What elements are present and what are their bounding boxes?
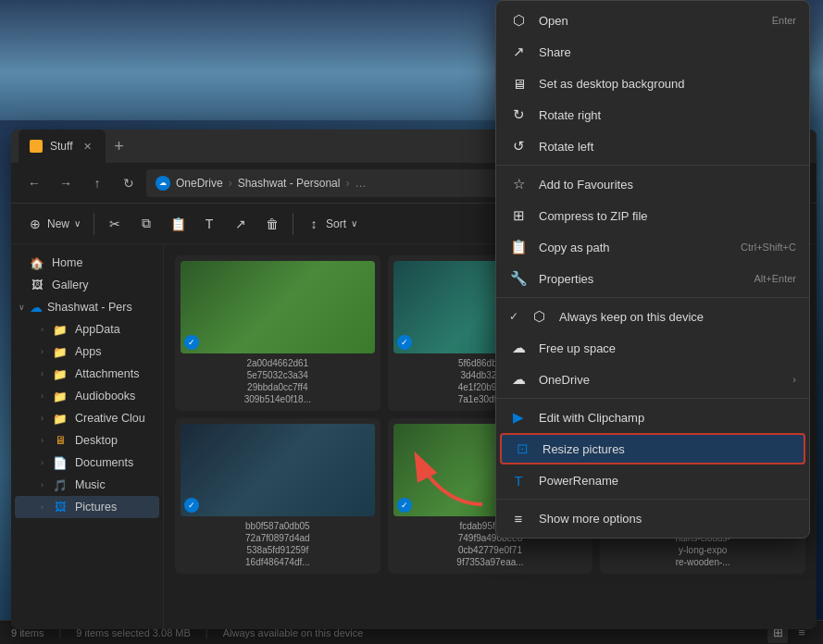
cm-clipchamp-label: Edit with Clipchamp: [539, 411, 796, 425]
more-options-icon: ≡: [509, 509, 528, 527]
cm-powerrename[interactable]: T PowerRename: [496, 464, 809, 496]
sidebar-item-home[interactable]: 🏠 Home: [15, 252, 159, 274]
checkmark-icon: ✓: [509, 310, 518, 323]
sidebar-item-apps[interactable]: › 📁 Apps: [15, 341, 159, 363]
sidebar-item-gallery[interactable]: 🖼 Gallery: [15, 274, 159, 296]
file-name-1: 2a00d4662d615e75032c3a3429bbda0cc7ff4309…: [244, 357, 311, 405]
sidebar-label-shashwat: Shashwat - Pers: [47, 301, 132, 314]
address-path1: Shashwat - Personal: [238, 177, 341, 190]
cut-button[interactable]: ✂: [100, 212, 130, 236]
cm-add-fav-label: Add to Favourites: [539, 178, 796, 192]
sidebar-label-documents: Documents: [75, 456, 133, 469]
chevron-right-icon5: ›: [41, 414, 44, 423]
list-item[interactable]: ✓ 2a00d4662d615e75032c3a3429bbda0cc7ff43…: [175, 255, 380, 411]
cm-keep-device[interactable]: ✓ ⬡ Always keep on this device: [496, 301, 809, 332]
new-tab-button[interactable]: +: [106, 133, 131, 159]
cm-show-more[interactable]: ≡ Show more options: [496, 502, 809, 534]
cm-rotate-left-label: Rotate left: [539, 140, 796, 154]
file-check-1: ✓: [184, 335, 199, 350]
refresh-button[interactable]: ↻: [115, 169, 143, 197]
up-button[interactable]: ↑: [83, 169, 111, 197]
sidebar-item-attachments[interactable]: › 📁 Attachments: [15, 363, 159, 385]
copy-button[interactable]: ⧉: [131, 212, 161, 236]
cloud-icon: ☁: [29, 300, 44, 315]
cm-compress-label: Compress to ZIP file: [539, 209, 796, 223]
cm-clipchamp[interactable]: ▶ Edit with Clipchamp: [496, 402, 809, 433]
share-button[interactable]: ↗: [226, 212, 256, 236]
sidebar-item-creative[interactable]: › 📁 Creative Clou: [15, 407, 159, 429]
share-icon2: ↗: [509, 43, 528, 61]
back-button[interactable]: ←: [20, 169, 48, 197]
cm-share[interactable]: ↗ Share: [496, 36, 809, 68]
sort-arrow-icon: ∨: [351, 218, 357, 229]
chevron-right-icon4: ›: [41, 391, 44, 401]
sidebar-item-desktop[interactable]: › 🖥 Desktop: [15, 429, 159, 452]
sort-button[interactable]: ↕ Sort ∨: [299, 212, 365, 236]
chevron-right-icon9: ›: [41, 502, 44, 512]
cm-add-fav[interactable]: ☆ Add to Favourites: [496, 168, 809, 200]
paste-icon: 📋: [170, 217, 185, 231]
rename-button[interactable]: T: [194, 212, 224, 236]
sidebar-item-music[interactable]: › 🎵 Music: [15, 474, 159, 496]
home-icon: 🏠: [30, 255, 44, 270]
sort-icon: ↕: [306, 217, 321, 231]
cm-separator3: [496, 398, 809, 399]
onedrive-cm-icon: ☁: [509, 370, 528, 389]
cm-free-space-label: Free up space: [539, 341, 796, 355]
cm-onedrive[interactable]: ☁ OneDrive ›: [496, 364, 809, 395]
cm-copy-path[interactable]: 📋 Copy as path Ctrl+Shift+C: [496, 231, 809, 263]
sidebar-item-shashwat[interactable]: ∨ ☁ Shashwat - Pers: [11, 296, 163, 318]
new-button[interactable]: ⊕ New ∨: [20, 212, 88, 236]
onedrive-icon: ☁: [156, 176, 170, 191]
delete-button[interactable]: 🗑: [257, 212, 287, 236]
toolbar-divider2: [293, 213, 293, 235]
cm-separator1: [496, 165, 809, 166]
tab-close-button[interactable]: ✕: [80, 139, 94, 154]
address-sep2: ›: [345, 177, 349, 190]
cm-rotate-left[interactable]: ↺ Rotate left: [496, 130, 809, 162]
chevron-right-icon: ›: [41, 325, 44, 334]
folder-audiobooks-icon: 📁: [53, 389, 68, 403]
new-label: New: [47, 217, 69, 230]
gallery-icon: 🖼: [30, 278, 44, 292]
cm-resize-pictures[interactable]: ⊡ Resize pictures: [500, 433, 805, 464]
folder-icon: [30, 140, 43, 153]
sort-label: Sort: [326, 217, 346, 230]
cm-powerrename-label: PowerRename: [539, 474, 796, 488]
sidebar-item-pictures[interactable]: › 🖼 Pictures: [15, 496, 159, 518]
file-name-4: bb0f587a0db0572a7f0897d4ad538a5fd91259f1…: [245, 520, 310, 568]
powerrename-icon: T: [509, 471, 528, 489]
cm-properties-label: Properties: [539, 272, 742, 286]
cm-compress[interactable]: ⊞ Compress to ZIP file: [496, 200, 809, 231]
chevron-right-icon3: ›: [41, 369, 44, 378]
sidebar-item-audiobooks[interactable]: › 📁 Audiobooks: [15, 385, 159, 407]
paste-button[interactable]: 📋: [163, 212, 193, 236]
clipchamp-icon: ▶: [509, 408, 528, 427]
rotate-left-icon: ↺: [509, 137, 528, 155]
file-check-5: ✓: [397, 498, 412, 513]
folder-attachments-icon: 📁: [53, 366, 68, 381]
rotate-right-icon: ↻: [509, 105, 528, 124]
cm-rotate-right-label: Rotate right: [539, 108, 796, 122]
toolbar-divider1: [94, 213, 94, 235]
cm-show-more-label: Show more options: [539, 512, 796, 526]
cm-copy-path-shortcut: Ctrl+Shift+C: [741, 242, 796, 253]
sidebar-item-documents[interactable]: › 📄 Documents: [15, 452, 159, 474]
sidebar-item-appdata[interactable]: › 📁 AppData: [15, 318, 159, 341]
chevron-down-icon: ∨: [19, 303, 25, 312]
forward-button[interactable]: →: [52, 169, 80, 197]
cm-properties[interactable]: 🔧 Properties Alt+Enter: [496, 263, 809, 294]
active-tab[interactable]: Stuff ✕: [19, 130, 106, 163]
address-onedrive: OneDrive: [176, 177, 223, 190]
cm-free-space[interactable]: ☁ Free up space: [496, 332, 809, 364]
new-arrow-icon: ∨: [74, 218, 81, 229]
cm-rotate-right[interactable]: ↻ Rotate right: [496, 99, 809, 130]
compress-icon: ⊞: [509, 206, 528, 225]
cm-open[interactable]: ⬡ Open Enter: [496, 5, 809, 36]
sidebar-label-gallery: Gallery: [52, 279, 89, 291]
list-item[interactable]: ✓ bb0f587a0db0572a7f0897d4ad538a5fd91259…: [175, 418, 380, 574]
copy-icon: ⧉: [139, 217, 154, 231]
folder-appdata-icon: 📁: [53, 322, 68, 337]
new-icon: ⊕: [28, 217, 43, 231]
cm-desktop-bg[interactable]: 🖥 Set as desktop background: [496, 68, 809, 99]
